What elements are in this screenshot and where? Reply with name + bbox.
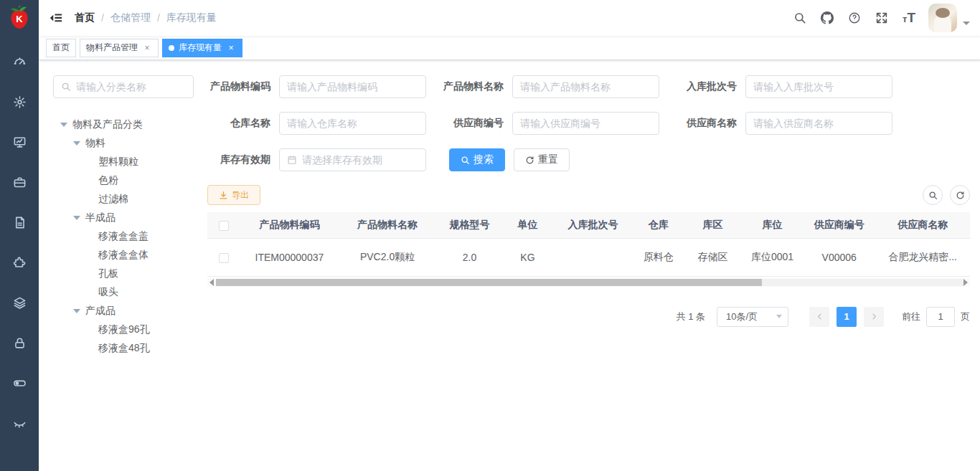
tree-node-塑料颗粒[interactable]: 塑料颗粒: [53, 153, 198, 171]
tree-node-移液盒盒盖[interactable]: 移液盒盒盖: [53, 227, 198, 246]
tree-node-产成品[interactable]: 产成品: [53, 302, 198, 320]
document-icon: [13, 216, 27, 229]
refresh-button[interactable]: [950, 185, 970, 205]
table-column-header[interactable]: 产品物料名称: [338, 212, 437, 238]
table-column-header[interactable]: 产品物料编码: [241, 212, 339, 238]
work-area: 产品物料编码产品物料名称入库批次号仓库名称供应商编号供应商名称库存有效期搜索重置…: [205, 67, 973, 457]
text-input[interactable]: [753, 118, 885, 129]
table-column-header[interactable]: 库区: [684, 212, 742, 238]
tree-node-吸头[interactable]: 吸头: [53, 283, 198, 302]
tree-node-物料[interactable]: 物料: [53, 134, 198, 153]
table-cell: [553, 238, 633, 276]
table-column-header[interactable]: 仓库: [633, 212, 684, 238]
date-picker-库存有效期[interactable]: [279, 148, 426, 171]
goto-page-input[interactable]: [926, 307, 955, 327]
text-input[interactable]: [287, 118, 418, 129]
sidebar-item-dashboard[interactable]: [0, 42, 39, 82]
tab-库存现有量[interactable]: 库存现有量×: [162, 39, 242, 57]
form-item: 供应商名称: [674, 112, 907, 135]
prev-page-button[interactable]: [809, 307, 829, 327]
tree-node-孔板[interactable]: 孔板: [53, 265, 198, 283]
tree-expand-icon[interactable]: [73, 141, 80, 146]
table-column-header[interactable]: 供应商名称: [875, 212, 970, 238]
scroll-right-arrow[interactable]: [963, 279, 968, 286]
tree-node-移液盒48孔[interactable]: 移液盒48孔: [53, 339, 198, 358]
table-column-header[interactable]: 库位: [742, 212, 803, 238]
tree-node-物料及产品分类[interactable]: 物料及产品分类: [53, 115, 198, 134]
tree-search-input[interactable]: [76, 81, 186, 92]
github-icon[interactable]: [814, 0, 841, 36]
input-产品物料名称[interactable]: [512, 75, 659, 98]
table-cell: 原料仓: [633, 238, 684, 276]
sidebar-menu: [0, 36, 39, 443]
page-size-value: 10条/页: [726, 310, 758, 323]
text-input[interactable]: [520, 81, 651, 92]
text-input[interactable]: [753, 81, 885, 92]
sidebar-item-layers[interactable]: [0, 282, 39, 323]
sidebar-item-eye-closed[interactable]: [0, 403, 39, 443]
font-size-icon[interactable]: тT: [895, 0, 923, 36]
header-search-icon[interactable]: [786, 0, 814, 36]
app-logo[interactable]: K: [0, 0, 39, 36]
tree-search-box[interactable]: [53, 75, 194, 98]
text-input[interactable]: [520, 118, 651, 129]
sidebar-item-settings[interactable]: [0, 82, 39, 122]
page-number-button[interactable]: 1: [837, 307, 857, 327]
tree-expand-icon[interactable]: [60, 123, 67, 127]
scrollbar-thumb[interactable]: [216, 279, 762, 286]
show-search-toggle-button[interactable]: [923, 185, 943, 205]
eye-closed-icon: [13, 417, 27, 430]
table-row[interactable]: ITEM00000037PVC2.0颗粒2.0KG原料仓存储区库位0001V00…: [207, 238, 970, 276]
table-column-header[interactable]: 供应商编号: [803, 212, 875, 238]
scrollbar-track[interactable]: [216, 279, 963, 286]
hamburger-icon[interactable]: [39, 0, 73, 36]
tab-物料产品管理[interactable]: 物料产品管理×: [80, 39, 159, 57]
table-column-header[interactable]: 入库批次号: [553, 212, 633, 238]
text-input[interactable]: [287, 81, 418, 92]
tree-node-色粉[interactable]: 色粉: [53, 171, 198, 190]
input-供应商名称[interactable]: [745, 112, 892, 135]
tree-expand-icon[interactable]: [73, 309, 80, 313]
table-column-header[interactable]: 单位: [502, 212, 553, 238]
input-入库批次号[interactable]: [745, 75, 892, 98]
fullscreen-icon[interactable]: [868, 0, 895, 36]
page-size-select[interactable]: 10条/页: [717, 307, 788, 327]
search-button[interactable]: 搜索: [449, 148, 505, 171]
form-label: 产品物料编码: [207, 80, 279, 93]
tree-node-label: 孔板: [98, 267, 118, 280]
help-icon[interactable]: [841, 0, 868, 36]
scroll-left-arrow[interactable]: [209, 279, 214, 286]
sidebar-item-toggle[interactable]: [0, 363, 39, 403]
chevron-right-icon: [870, 313, 878, 320]
plugin-icon: [13, 256, 27, 270]
user-menu[interactable]: [928, 4, 970, 32]
input-供应商编号[interactable]: [512, 112, 659, 135]
input-仓库名称[interactable]: [279, 112, 426, 135]
tab-首页[interactable]: 首页: [46, 39, 76, 57]
sidebar-item-monitor[interactable]: [0, 122, 39, 162]
tree-node-移液盒盒体[interactable]: 移液盒盒体: [53, 246, 198, 265]
breadcrumb-item[interactable]: 首页: [75, 11, 95, 24]
row-checkbox[interactable]: [219, 253, 229, 263]
avatar[interactable]: [928, 4, 957, 32]
sidebar-item-plugin[interactable]: [0, 242, 39, 282]
input-产品物料编码[interactable]: [279, 75, 426, 98]
breadcrumb-separator: /: [101, 12, 104, 24]
sidebar-item-lock[interactable]: [0, 323, 39, 363]
tab-close-icon[interactable]: ×: [226, 43, 236, 53]
sidebar-item-toolbox[interactable]: [0, 162, 39, 202]
tab-close-icon[interactable]: ×: [142, 43, 152, 53]
table-column-header[interactable]: 规格型号: [437, 212, 502, 238]
tree-node-过滤棉[interactable]: 过滤棉: [53, 190, 198, 209]
caret-down-icon: [963, 22, 970, 25]
tree-node-移液盒96孔[interactable]: 移液盒96孔: [53, 320, 198, 339]
text-input[interactable]: [302, 154, 418, 166]
reset-button[interactable]: 重置: [514, 148, 570, 171]
export-button[interactable]: 导出: [207, 185, 260, 205]
layers-icon: [13, 296, 27, 310]
select-all-checkbox[interactable]: [219, 221, 229, 231]
sidebar-item-document[interactable]: [0, 202, 39, 242]
next-page-button[interactable]: [864, 307, 884, 327]
tree-expand-icon[interactable]: [73, 216, 80, 220]
tree-node-半成品[interactable]: 半成品: [53, 209, 198, 227]
